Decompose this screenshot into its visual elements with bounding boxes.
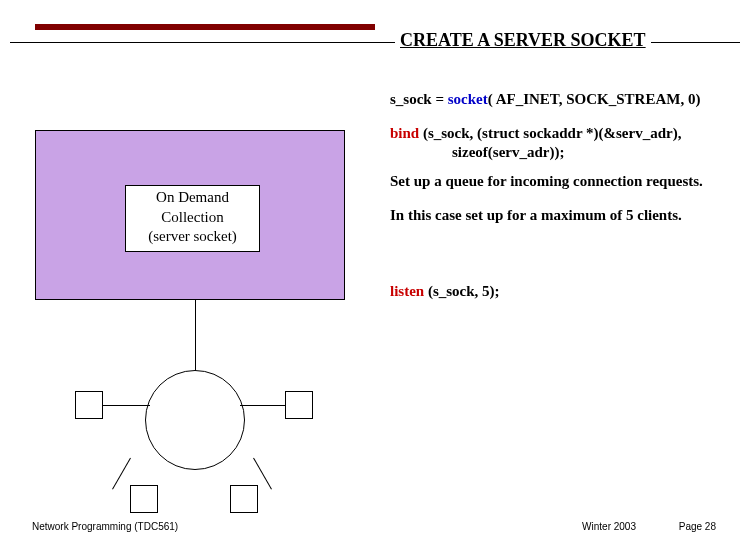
code-text: (s_sock, (struct sockaddr *)(&serv_adr), xyxy=(419,125,681,141)
code-line-bind: bind (s_sock, (struct sockaddr *)(&serv_… xyxy=(390,124,740,162)
code-text: sizeof(serv_adr)); xyxy=(452,144,564,160)
footer-page: Page 28 xyxy=(679,521,716,532)
label-line-1: On Demand xyxy=(126,188,259,208)
hub-circle xyxy=(145,370,245,470)
keyword-listen: listen xyxy=(390,283,424,299)
code-line-socket: s_sock = socket( AF_INET, SOCK_STREAM, 0… xyxy=(390,90,740,109)
label-line-3: (server socket) xyxy=(126,227,259,247)
code-text: s_sock = xyxy=(390,91,448,107)
page-title: CREATE A SERVER SOCKET xyxy=(395,30,651,51)
client-node xyxy=(75,391,103,419)
code-line-listen: listen (s_sock, 5); xyxy=(390,282,740,301)
explain-setup: Set up a queue for incoming connection r… xyxy=(390,172,740,191)
connector-line xyxy=(100,405,150,406)
connector-line xyxy=(112,458,131,490)
server-socket-label: On Demand Collection (server socket) xyxy=(125,185,260,252)
title-bar: CREATE A SERVER SOCKET xyxy=(0,24,756,64)
title-accent-bar xyxy=(35,24,375,30)
keyword-bind: bind xyxy=(390,125,419,141)
keyword-socket: socket xyxy=(448,91,488,107)
label-line-2: Collection xyxy=(126,208,259,228)
connector-line xyxy=(195,300,196,372)
client-node xyxy=(130,485,158,513)
client-node xyxy=(230,485,258,513)
code-text: ( AF_INET, SOCK_STREAM, 0) xyxy=(488,91,701,107)
footer-course: Network Programming (TDC561) xyxy=(32,521,178,532)
diagram: On Demand Collection (server socket) xyxy=(35,130,345,500)
footer-term: Winter 2003 xyxy=(582,521,636,532)
code-text: (s_sock, 5); xyxy=(424,283,499,299)
explain-case: In this case set up for a maximum of 5 c… xyxy=(390,206,740,225)
client-node xyxy=(285,391,313,419)
connector-line xyxy=(240,405,290,406)
